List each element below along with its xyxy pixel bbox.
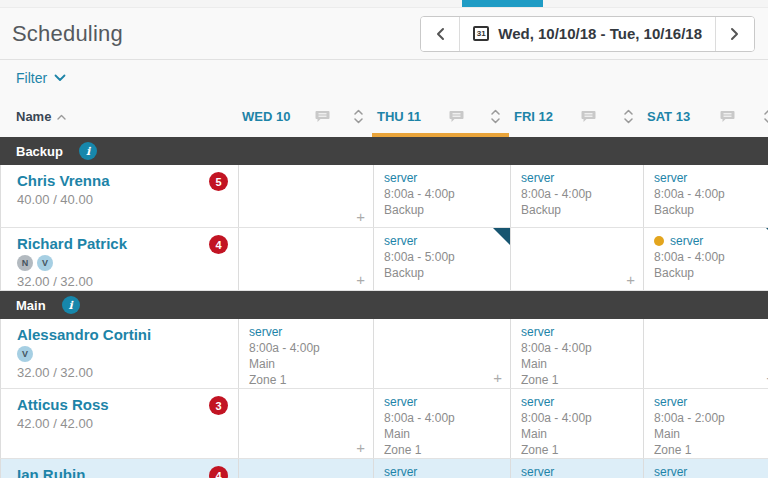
shift-role-line: server [654, 464, 768, 478]
sort-icon[interactable] [354, 109, 363, 124]
employee-badges: V [17, 346, 238, 362]
shift-cell[interactable]: server [510, 459, 643, 478]
shift-cell[interactable]: server8:00a - 4:00pBackup [510, 165, 643, 227]
shift-cell[interactable]: server8:00a - 4:00pMainZone 1 [510, 319, 643, 388]
message-icon[interactable] [449, 110, 464, 123]
empty-shift-cell[interactable] [238, 459, 373, 478]
employee-hours: 42.00 / 42.00 [17, 416, 238, 431]
shift-role: server [521, 324, 554, 340]
add-shift-icon[interactable]: + [356, 209, 365, 224]
sort-icon[interactable] [764, 109, 768, 124]
shift-department: Main [521, 426, 643, 442]
shift-cell[interactable]: server8:00a - 2:00pMainZone 1 [643, 389, 768, 458]
date-range-picker: 31 Wed, 10/10/18 - Tue, 10/16/18 [420, 16, 755, 52]
add-shift-icon[interactable]: + [626, 272, 635, 287]
alert-count-badge[interactable]: 5 [209, 172, 228, 191]
shift-role-line: server [654, 233, 768, 249]
alert-count-badge[interactable]: 3 [209, 396, 228, 415]
badge-n: N [17, 255, 33, 271]
date-range-display[interactable]: 31 Wed, 10/10/18 - Tue, 10/16/18 [459, 17, 716, 51]
day-header-label: FRI 12 [514, 109, 553, 124]
shift-department: Main [249, 356, 373, 372]
shift-role-line: server [521, 170, 643, 186]
next-week-button[interactable] [716, 17, 754, 51]
employee-name[interactable]: Chris Vrenna [17, 172, 238, 189]
employee-name[interactable]: Alessandro Cortini [17, 326, 238, 343]
shift-cell[interactable]: server8:00a - 5:00pBackup [373, 228, 510, 290]
badge-v: V [37, 255, 53, 271]
empty-shift-cell[interactable]: + [510, 228, 643, 290]
name-header-label: Name [16, 109, 51, 124]
shift-role: server [384, 233, 417, 249]
shift-department: Backup [654, 202, 768, 218]
shift-role: server [384, 394, 417, 410]
group-header-main: Maini [0, 291, 768, 319]
shift-department: Backup [384, 202, 510, 218]
empty-shift-cell[interactable]: + [373, 319, 510, 388]
name-column-header[interactable]: Name [0, 109, 237, 124]
employee-hours: 32.00 / 32.00 [17, 274, 238, 289]
shift-cell[interactable]: server8:00a - 4:00pMainZone 1 [238, 319, 373, 388]
empty-shift-cell[interactable]: + [238, 228, 373, 290]
chevron-down-icon[interactable] [54, 74, 66, 82]
message-icon[interactable] [720, 110, 735, 123]
employee-hours: 40.00 / 40.00 [17, 192, 238, 207]
shift-time: 8:00a - 4:00p [249, 340, 373, 356]
day-column-header-sat-13[interactable]: SAT 13 [642, 96, 768, 137]
empty-shift-cell[interactable]: + [238, 389, 373, 458]
filter-toggle[interactable]: Filter [16, 70, 47, 86]
message-icon[interactable] [581, 110, 596, 123]
shift-cell[interactable]: server8:00a - 4:00pBackup [643, 228, 768, 290]
date-range-text: Wed, 10/10/18 - Tue, 10/16/18 [498, 25, 702, 42]
empty-shift-cell[interactable]: + [643, 319, 768, 388]
info-icon[interactable]: i [79, 142, 97, 160]
employee-name[interactable]: Ian Rubin [17, 466, 238, 478]
add-shift-icon[interactable]: + [356, 272, 365, 287]
employee-badges: NV [17, 255, 238, 271]
shift-role: server [654, 394, 687, 410]
shift-cell[interactable]: server [373, 459, 510, 478]
shift-cell[interactable]: server8:00a - 4:00pBackup [373, 165, 510, 227]
shift-role: server [654, 464, 687, 478]
shift-time: 8:00a - 4:00p [384, 410, 510, 426]
day-column-header-thu-11[interactable]: THU 11 [372, 96, 509, 137]
shift-role-line: server [384, 394, 510, 410]
shift-department: Main [654, 426, 768, 442]
employee-name[interactable]: Richard Patrick [17, 235, 238, 252]
shift-cell[interactable]: server8:00a - 4:00pMainZone 1 [373, 389, 510, 458]
info-icon[interactable]: i [62, 296, 80, 314]
shift-time: 8:00a - 4:00p [654, 186, 768, 202]
alert-count-badge[interactable]: 4 [209, 235, 228, 254]
day-column-header-fri-12[interactable]: FRI 12 [509, 96, 642, 137]
employee-name[interactable]: Atticus Ross [17, 396, 238, 413]
shift-role-line: server [521, 464, 643, 478]
shift-cell[interactable]: server8:00a - 4:00pMainZone 1 [510, 389, 643, 458]
shift-department: Main [521, 356, 643, 372]
scheduling-app: Scheduling 31 Wed, 10/10/18 - Tue, 10/16… [0, 0, 768, 478]
day-column-header-wed-10[interactable]: WED 10 [237, 96, 372, 137]
shift-cell[interactable]: server8:00a - 4:00pBackup [643, 165, 768, 227]
column-header-row: Name WED 10THU 11FRI 12SAT 13 [0, 96, 768, 137]
add-shift-icon[interactable]: + [356, 440, 365, 455]
shift-role-line: server [384, 464, 510, 478]
add-shift-icon[interactable]: + [493, 370, 502, 385]
shift-cell[interactable]: server [643, 459, 768, 478]
employee-row: Atticus Ross42.00 / 42.003+server8:00a -… [0, 389, 768, 459]
sort-icon[interactable] [491, 109, 500, 124]
shift-role: server [654, 170, 687, 186]
shift-time: 8:00a - 4:00p [654, 249, 768, 265]
shift-time: 8:00a - 4:00p [384, 186, 510, 202]
empty-shift-cell[interactable]: + [238, 165, 373, 227]
shift-role: server [670, 233, 703, 249]
employee-name-cell: Ian Rubin4 [1, 459, 238, 478]
prev-week-button[interactable] [421, 17, 459, 51]
message-icon[interactable] [315, 110, 330, 123]
chevron-right-icon [730, 27, 740, 41]
pending-dot-icon [654, 236, 664, 246]
shift-department: Backup [521, 202, 643, 218]
alert-count-badge[interactable]: 4 [209, 466, 228, 478]
shift-zone: Zone 1 [384, 442, 510, 458]
sort-icon[interactable] [624, 109, 633, 124]
employee-row: Alessandro CortiniV32.00 / 32.00server8:… [0, 319, 768, 389]
shift-role-line: server [654, 394, 768, 410]
